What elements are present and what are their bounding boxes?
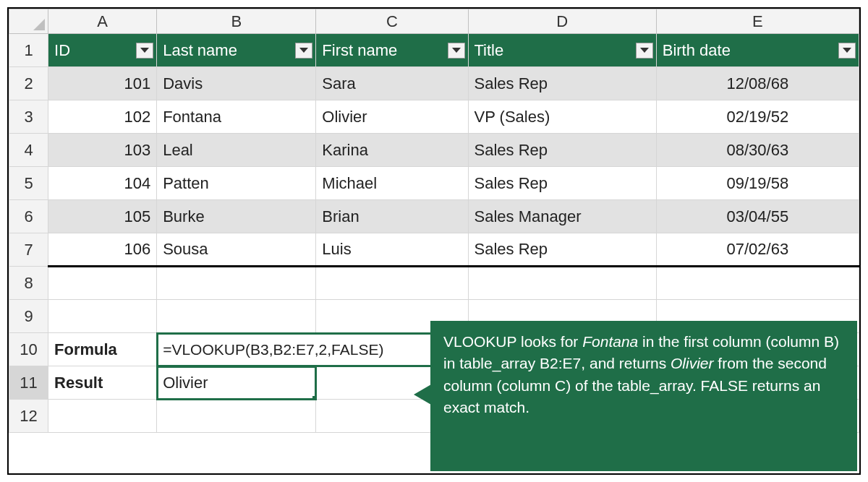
cell-A6[interactable]: 105 [48, 200, 157, 233]
cell-D2[interactable]: Sales Rep [468, 67, 656, 100]
callout-text: VLOOKUP looks for [443, 333, 582, 350]
row-header-1[interactable]: 1 [9, 34, 48, 67]
header-id-text: ID [54, 41, 70, 59]
cell-A8[interactable] [48, 267, 157, 300]
cell-E4[interactable]: 08/30/63 [656, 134, 859, 167]
row-header-5[interactable]: 5 [9, 167, 48, 200]
filter-dropdown-icon[interactable] [838, 43, 856, 59]
result-cell[interactable]: Olivier [157, 366, 316, 400]
header-birth-text: Birth date [663, 41, 731, 59]
cell-E2[interactable]: 12/08/68 [656, 67, 859, 100]
table-row[interactable]: 5 104 Patten Michael Sales Rep 09/19/58 [9, 167, 859, 200]
cell-B4[interactable]: Leal [157, 134, 316, 167]
cell-B3[interactable]: Fontana [157, 100, 316, 134]
row-header-12[interactable]: 12 [9, 400, 48, 433]
cell-A3[interactable]: 102 [48, 100, 157, 134]
header-last[interactable]: Last name [157, 34, 316, 67]
cell-E5[interactable]: 09/19/58 [656, 167, 859, 200]
cell-A4[interactable]: 103 [48, 134, 157, 167]
row-1[interactable]: 1 ID Last name First name Title Birth da… [9, 34, 859, 67]
header-title[interactable]: Title [468, 34, 656, 67]
explanation-callout: VLOOKUP looks for Fontana in the first c… [430, 321, 857, 471]
table-row[interactable]: 7 106 Sousa Luis Sales Rep 07/02/63 [9, 233, 859, 267]
row-header-7[interactable]: 7 [9, 233, 48, 267]
cell-E7[interactable]: 07/02/63 [656, 233, 859, 267]
table-row[interactable]: 3 102 Fontana Olivier VP (Sales) 02/19/5… [9, 100, 859, 134]
cell-E8[interactable] [656, 267, 859, 300]
row-header-2[interactable]: 2 [9, 67, 48, 100]
cell-B5[interactable]: Patten [157, 167, 316, 200]
result-label-cell[interactable]: Result [48, 366, 157, 400]
row-header-3[interactable]: 3 [9, 100, 48, 134]
row-header-11[interactable]: 11 [9, 366, 48, 400]
table-row[interactable]: 4 103 Leal Karina Sales Rep 08/30/63 [9, 134, 859, 167]
callout-pointer-icon [414, 384, 431, 405]
row-header-9[interactable]: 9 [9, 300, 48, 333]
col-header-E[interactable]: E [656, 9, 859, 34]
cell-C2[interactable]: Sara [316, 67, 468, 100]
cell-D4[interactable]: Sales Rep [468, 134, 656, 167]
cell-B8[interactable] [157, 267, 316, 300]
cell-A5[interactable]: 104 [48, 167, 157, 200]
cell-D6[interactable]: Sales Manager [468, 200, 656, 233]
cell-C3[interactable]: Olivier [316, 100, 468, 134]
cell-A7[interactable]: 106 [48, 233, 157, 267]
cell-C4[interactable]: Karina [316, 134, 468, 167]
col-header-C[interactable]: C [316, 9, 468, 34]
table-row[interactable]: 6 105 Burke Brian Sales Manager 03/04/55 [9, 200, 859, 233]
cell-D8[interactable] [468, 267, 656, 300]
row-header-6[interactable]: 6 [9, 200, 48, 233]
cell-D7[interactable]: Sales Rep [468, 233, 656, 267]
filter-dropdown-icon[interactable] [448, 43, 465, 59]
header-birth[interactable]: Birth date [656, 34, 859, 67]
callout-italic-2: Olivier [671, 355, 714, 371]
col-header-A[interactable]: A [48, 9, 157, 34]
header-title-text: Title [475, 41, 504, 59]
cell-D3[interactable]: VP (Sales) [468, 100, 656, 134]
header-last-text: Last name [163, 41, 237, 59]
row-header-8[interactable]: 8 [9, 267, 48, 300]
cell-A9[interactable] [48, 300, 157, 333]
select-all-triangle[interactable] [9, 9, 48, 34]
cell-C6[interactable]: Brian [316, 200, 468, 233]
filter-dropdown-icon[interactable] [295, 43, 312, 59]
cell-B6[interactable]: Burke [157, 200, 316, 233]
cell-C8[interactable] [316, 267, 468, 300]
cell-C5[interactable]: Michael [316, 167, 468, 200]
header-id[interactable]: ID [48, 34, 157, 67]
cell-A2[interactable]: 101 [48, 67, 157, 100]
formula-label-cell[interactable]: Formula [48, 333, 157, 366]
cell-D5[interactable]: Sales Rep [468, 167, 656, 200]
row-header-4[interactable]: 4 [9, 134, 48, 167]
cell-A12[interactable] [48, 400, 157, 433]
row-8[interactable]: 8 [9, 267, 859, 300]
spreadsheet-frame: A B C D E 1 ID Last name First name Titl… [7, 7, 861, 475]
table-row[interactable]: 2 101 Davis Sara Sales Rep 12/08/68 [9, 67, 859, 100]
row-header-10[interactable]: 10 [9, 333, 48, 366]
col-header-D[interactable]: D [468, 9, 656, 34]
cell-B2[interactable]: Davis [157, 67, 316, 100]
cell-B9[interactable] [157, 300, 316, 333]
cell-B12[interactable] [157, 400, 316, 433]
filter-dropdown-icon[interactable] [136, 43, 153, 59]
cell-E6[interactable]: 03/04/55 [656, 200, 859, 233]
cell-E3[interactable]: 02/19/52 [656, 100, 859, 134]
filter-dropdown-icon[interactable] [636, 43, 653, 59]
col-header-B[interactable]: B [157, 9, 316, 34]
column-headers-row[interactable]: A B C D E [9, 9, 859, 34]
formula-cell[interactable]: =VLOOKUP(B3,B2:E7,2,FALSE) [157, 333, 468, 366]
header-first-text: First name [322, 41, 397, 59]
cell-B7[interactable]: Sousa [157, 233, 316, 267]
cell-C7[interactable]: Luis [316, 233, 468, 267]
header-first[interactable]: First name [316, 34, 468, 67]
callout-italic-1: Fontana [582, 333, 638, 350]
